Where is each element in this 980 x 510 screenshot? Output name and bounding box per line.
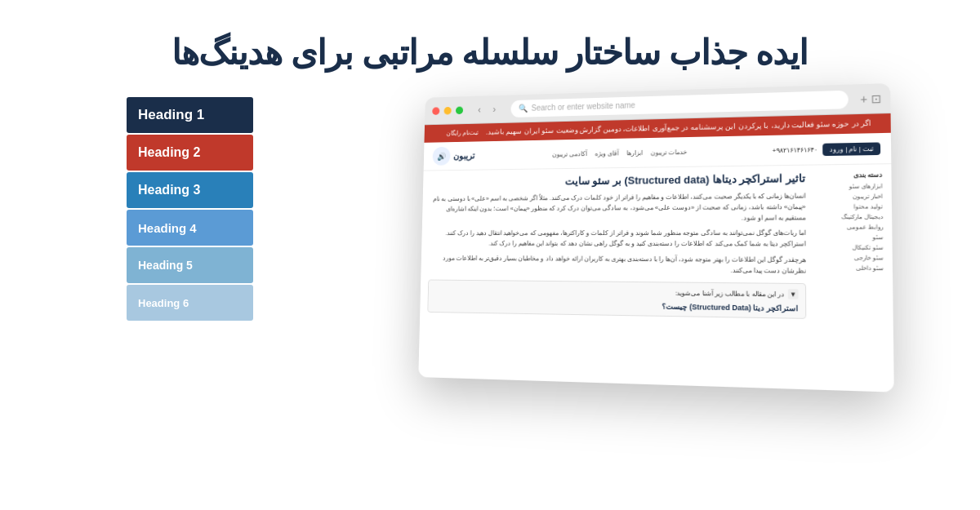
article-title: تاثیر استراکچر دیتاها (Structured data) … [430,172,805,188]
page-body: دسته بندی ابزارهای سئو اخبار تریبون تولی… [419,164,893,357]
sidebar-item-off-seo[interactable]: سئو خارجی [813,253,884,264]
sidebar: دسته بندی ابزارهای سئو اخبار تریبون تولی… [813,171,884,350]
article-para-3: هرچقدر گوگل این اطلاعات را بهتر متوجه شو… [428,254,805,277]
nav-item-2[interactable]: ابزارها [626,149,643,156]
address-text: Search or enter website name [532,100,635,112]
sidebar-item-tech-seo[interactable]: سئو تکنیکال [813,242,883,253]
toc-toggle[interactable]: ▼ [788,289,799,299]
headings-list: Heading 1 Heading 2 Heading 3 Heading 4 … [127,97,253,322]
sidebar-item-news[interactable]: اخبار تریبون [813,192,883,202]
main-container: ایده جذاب ساختار سلسله مراتبی برای هدینگ… [0,0,980,510]
sidebar-title: دسته بندی [813,171,883,180]
forward-icon[interactable]: › [488,103,501,116]
heading-item-2: Heading 2 [127,135,253,171]
minimize-dot [444,106,452,114]
close-dot [432,107,439,115]
logo-icon: 🔊 [433,147,451,166]
toc-box: ▼ در این مقاله با مطالب زیر آشنا می‌شوید… [427,280,806,319]
more-icon[interactable]: ⊡ [871,91,881,105]
add-tab-icon[interactable]: + [860,92,867,106]
toc-question: استراکچر دیتا (Structured Data) چیست؟ [434,299,799,313]
browser-mockup: ‹ › 🔍 Search or enter website name + ⊡ ا… [418,83,894,392]
heading-item-3: Heading 3 [127,172,253,208]
heading-item-6: Heading 6 [127,285,253,321]
sidebar-item-content[interactable]: تولید محتوا [813,202,883,212]
site-nav: خدمات تریبون ابزارها آقای ویژه آکادمی تر… [552,148,688,157]
search-icon: 🔍 [519,104,528,113]
sidebar-item-pr[interactable]: روابط عمومی [813,222,883,233]
heading-item-1: Heading 1 [127,97,253,133]
article-para-1: انسان‌ها زمانی که با یکدیگر صحبت می‌کنند… [430,191,806,224]
nav-item-4[interactable]: آکادمی تریبون [552,150,587,157]
nav-icons: ‹ › [474,103,501,116]
sidebar-item-seo[interactable]: سئو [813,233,883,243]
site-logo: تریبون 🔊 [433,146,475,166]
heading-item-5: Heading 5 [127,247,253,283]
article-para-2: اما ربات‌های گوگل نمی‌توانند به سادگی مت… [429,228,806,250]
login-button[interactable]: ثبت | نام | ورود [822,142,880,156]
heading-item-4: Heading 4 [127,210,253,246]
sidebar-item-tools[interactable]: ابزارهای سئو [813,181,883,192]
main-article: تاثیر استراکچر دیتاها (Structured data) … [427,172,807,348]
nav-item-1[interactable]: خدمات تریبون [651,148,688,156]
page-title: ایده جذاب ساختار سلسله مراتبی برای هدینگ… [172,33,808,73]
logo-text: تریبون [453,150,475,161]
sidebar-item-digital[interactable]: دیجیتال مارکتینگ [813,212,883,223]
nav-item-3[interactable]: آقای ویژه [595,149,618,157]
address-bar[interactable]: 🔍 Search or enter website name [510,90,848,117]
register-button[interactable]: ثبت‌نام رایگان [440,126,484,139]
sidebar-section: دسته بندی ابزارهای سئو اخبار تریبون تولی… [813,171,884,274]
browser-content: اگر در حوزه سئو فعالیت دارید، با پرکردن … [418,113,894,392]
phone-number: +۹۸۲۱۶۱۴۶۱۶۴۰ [773,145,817,153]
cta-area: ثبت | نام | ورود +۹۸۲۱۶۱۴۶۱۶۴۰ [773,142,881,157]
sidebar-item-on-seo[interactable]: سئو داخلی [813,263,884,273]
back-icon[interactable]: ‹ [474,103,486,116]
toc-header: ▼ در این مقاله با مطالب زیر آشنا می‌شوید… [434,286,799,299]
browser-actions: + ⊡ [860,91,881,105]
maximize-dot [456,106,463,114]
